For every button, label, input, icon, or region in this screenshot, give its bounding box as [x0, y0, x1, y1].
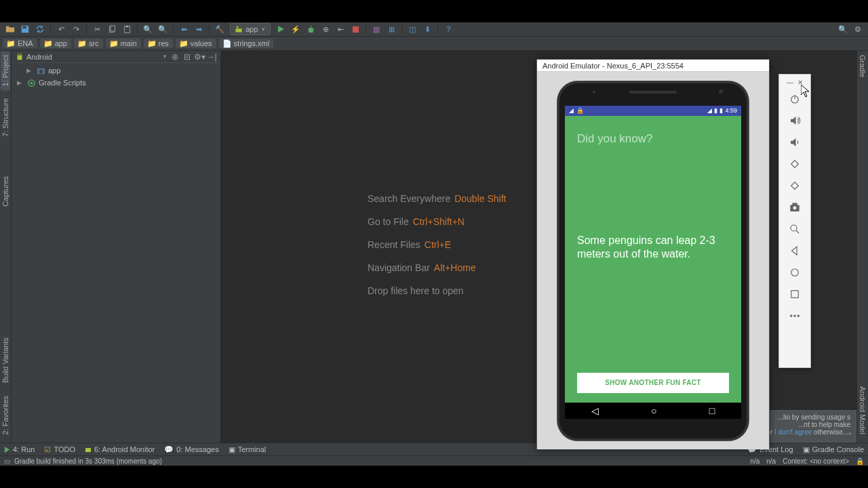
emu-power-icon[interactable] — [785, 89, 805, 109]
tab-todo[interactable]: ☑TODO — [44, 445, 75, 454]
profile-icon[interactable]: ⊕ — [320, 24, 331, 35]
download-icon[interactable]: ⬇ — [422, 24, 433, 35]
save-icon[interactable] — [20, 24, 31, 35]
svg-rect-23 — [791, 291, 799, 298]
gutter-favorites[interactable]: 2: Favorites — [1, 392, 10, 439]
collapse-icon[interactable]: ⊟ — [182, 52, 192, 62]
svg-rect-0 — [23, 26, 26, 29]
svg-rect-19 — [793, 203, 797, 205]
status-bar: ▭ Gradle build finished in 3s 303ms (mom… — [0, 455, 868, 466]
tree-node-app[interactable]: ▶ app — [12, 64, 220, 77]
forward-icon[interactable]: ➡ — [193, 24, 204, 35]
ide-window: ↶ ↷ ✂ 🔍 🔍 ⬅ ➡ 🔨 app ▼ ⚡ ⊕ ⇤ ▥ ⊞ ◫ ⬇ ? � — [0, 22, 868, 466]
emu-overview-icon[interactable] — [785, 284, 805, 304]
show-fact-button[interactable]: SHOW ANOTHER FUN FACT — [577, 373, 729, 393]
avd-icon[interactable]: ▥ — [371, 24, 382, 35]
tab-android-monitor[interactable]: 6: Android Monitor — [85, 445, 155, 453]
tip-row: Search EverywhereDouble Shift — [368, 193, 506, 204]
breadcrumb-item[interactable]: 📁src — [74, 39, 103, 48]
breadcrumb-item[interactable]: 📁res — [144, 39, 173, 48]
emu-volume-down-icon[interactable] — [785, 132, 805, 152]
right-gutter: Gradle Android Model — [856, 51, 868, 443]
cut-icon[interactable]: ✂ — [92, 24, 102, 35]
replace-icon[interactable]: 🔍 — [157, 24, 168, 35]
gutter-gradle[interactable]: Gradle — [858, 51, 867, 81]
tip-row: Recent FilesCtrl+E — [368, 239, 506, 250]
undo-icon[interactable]: ↶ — [56, 24, 66, 35]
tip-row: Navigation BarAlt+Home — [368, 262, 506, 273]
svg-rect-15 — [791, 161, 799, 168]
tab-terminal[interactable]: ▣Terminal — [229, 445, 267, 454]
layout-icon[interactable]: ◫ — [407, 24, 418, 35]
copy-icon[interactable] — [106, 24, 117, 35]
open-icon[interactable] — [5, 24, 16, 35]
phone-frame: ◢ 🔒 ◢ ▮ ▮ 4:59 Did you know? Some pengui… — [557, 81, 749, 441]
gutter-captures[interactable]: Captures — [1, 172, 10, 211]
run-config-selector[interactable]: app ▼ — [230, 23, 271, 35]
cell-icon: ▮ — [714, 107, 717, 114]
emu-rotate-right-icon[interactable] — [785, 176, 805, 196]
help-icon[interactable]: ? — [443, 24, 454, 35]
run-icon[interactable] — [275, 24, 286, 35]
sdk-icon[interactable]: ⊞ — [386, 24, 397, 35]
tab-gradle-console[interactable]: ▣Gradle Console — [803, 445, 864, 454]
gutter-build-variants[interactable]: Build Variants — [1, 333, 10, 387]
nav-home-icon[interactable]: ○ — [651, 405, 656, 416]
paste-icon[interactable] — [121, 24, 132, 35]
app-screen: Did you know? Some penguins can leap 2-3… — [565, 116, 741, 403]
signal-icon: ◢ — [569, 107, 574, 114]
gutter-structure[interactable]: 7: Structure — [1, 94, 10, 141]
tree-node-gradle[interactable]: ▶ Gradle Scripts — [12, 77, 220, 89]
emu-home-icon[interactable] — [785, 262, 805, 283]
tab-run[interactable]: 4: Run — [4, 445, 35, 453]
android-nav-bar: ◁ ○ □ — [565, 403, 741, 419]
breadcrumb-item[interactable]: 📁values — [176, 39, 216, 48]
emu-back-icon[interactable] — [785, 241, 805, 261]
gutter-project[interactable]: 1: Project — [1, 51, 10, 90]
emu-rotate-left-icon[interactable] — [785, 154, 805, 174]
search-everywhere-icon[interactable]: 🔍 — [837, 24, 848, 35]
apply-changes-icon[interactable]: ⚡ — [290, 24, 301, 35]
back-icon[interactable]: ⬅ — [178, 24, 189, 35]
gear-icon[interactable]: ⚙▾ — [195, 52, 204, 62]
nav-recent-icon[interactable]: □ — [709, 405, 715, 416]
notif-collapse-icon[interactable]: ˅ — [848, 432, 852, 439]
svg-rect-4 — [125, 25, 127, 26]
emulator-toolbar: — ✕ — [778, 74, 811, 368]
debug-icon[interactable] — [305, 24, 316, 35]
attach-icon[interactable]: ⇤ — [335, 24, 346, 35]
scroll-to-icon[interactable]: ⊕ — [170, 52, 180, 62]
breadcrumb-item[interactable]: 📄strings.xml — [219, 39, 274, 48]
tab-messages[interactable]: 💬0: Messages — [164, 445, 218, 454]
clock: 4:59 — [725, 107, 737, 114]
make-icon[interactable]: 🔨 — [214, 24, 225, 35]
stop-icon[interactable] — [350, 24, 361, 35]
project-view-selector[interactable]: Android ▼ — [16, 53, 167, 61]
svg-point-8 — [20, 53, 22, 54]
breadcrumb-item[interactable]: 📁ENA — [3, 39, 37, 48]
hide-icon[interactable]: →| — [207, 52, 216, 62]
emu-screenshot-icon[interactable] — [785, 197, 805, 218]
emu-close-icon[interactable]: ✕ — [797, 79, 803, 86]
settings-icon[interactable]: ⚙ — [852, 24, 863, 35]
gutter-android-model[interactable]: Android Model — [858, 382, 867, 439]
emu-volume-up-icon[interactable] — [785, 110, 805, 131]
emu-zoom-icon[interactable] — [785, 219, 805, 239]
find-icon[interactable]: 🔍 — [142, 24, 153, 35]
breadcrumb-item[interactable]: 📁app — [40, 39, 71, 48]
emu-more-icon[interactable] — [785, 306, 805, 326]
lock-icon: 🔒 — [576, 107, 584, 114]
nav-back-icon[interactable]: ◁ — [591, 405, 599, 416]
battery-icon: ▮ — [719, 107, 723, 114]
svg-rect-2 — [111, 25, 115, 30]
fact-text: Some penguins can leap 2-3 meters out of… — [577, 234, 729, 261]
emulator-window: Android Emulator - Nexus_6_API_23:5554 ◢… — [536, 59, 770, 449]
android-status-bar: ◢ 🔒 ◢ ▮ ▮ 4:59 — [565, 106, 741, 116]
redo-icon[interactable]: ↷ — [71, 24, 81, 35]
breadcrumb-item[interactable]: 📁main — [106, 39, 141, 48]
emu-minimize-icon[interactable]: — — [787, 79, 793, 86]
notif-link[interactable]: I don't agree — [774, 428, 812, 436]
sync-icon[interactable] — [35, 24, 45, 35]
project-tool-window: Android ▼ ⊕ ⊟ ⚙▾ →| ▶ app ▶ Gradle Scrip… — [12, 51, 221, 443]
svg-point-22 — [791, 269, 799, 277]
